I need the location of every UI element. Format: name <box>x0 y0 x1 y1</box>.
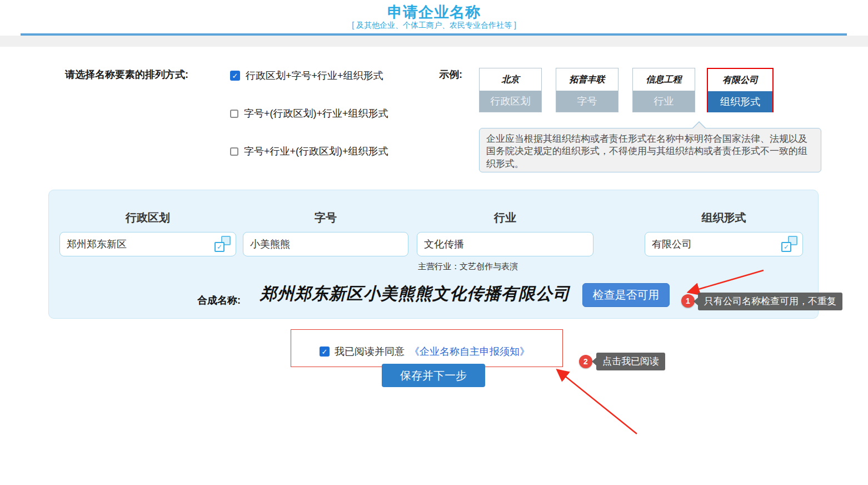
picker-check-square: ✓ <box>781 242 791 252</box>
orgform-input[interactable] <box>645 232 803 256</box>
example-name: 信息工程 <box>633 68 695 91</box>
example-name: 拓普丰联 <box>556 68 618 91</box>
example-category: 字号 <box>556 91 618 112</box>
example-category: 行业 <box>633 91 695 112</box>
arrangement-section-label: 请选择名称要素的排列方式: <box>65 68 188 81</box>
check-availability-button[interactable]: 检查是否可用 <box>582 283 670 307</box>
example-section-label: 示例: <box>439 68 462 81</box>
page: 申请企业名称 [ 及其他企业、个体工商户、农民专业合作社等 ] 请选择名称要素的… <box>0 0 868 485</box>
page-subtitle: [ 及其他企业、个体工商户、农民专业合作社等 ] <box>0 21 868 31</box>
example-name: 北京 <box>480 68 541 91</box>
field-label-region: 行政区划 <box>59 210 236 225</box>
region-picker-checklist-icon[interactable]: ✓ <box>214 236 231 252</box>
region-input[interactable] <box>59 232 236 256</box>
agreement-checkbox-checked-icon[interactable]: ✓ <box>320 347 330 357</box>
step-tooltip-1: 只有公司名称检查可用，不重复 <box>698 293 842 310</box>
agreement-notice-link[interactable]: 《企业名称自主申报须知》 <box>410 345 530 358</box>
tooltip-caret-icon <box>692 121 706 128</box>
agreement-row: ✓ 我已阅读并同意 《企业名称自主申报须知》 <box>320 345 530 358</box>
example-name: 有限公司 <box>708 69 772 91</box>
picker-check-square: ✓ <box>214 242 225 252</box>
agreement-text: 我已阅读并同意 <box>335 345 405 358</box>
arrangement-option-label[interactable]: 字号+(行政区划)+行业+组织形式 <box>244 107 388 120</box>
example-box-orgform-highlighted: 有限公司 组织形式 <box>707 68 774 112</box>
field-label-industry: 行业 <box>417 210 593 225</box>
composed-name-value: 郑州郑东新区小美熊熊文化传播有限公司 <box>257 283 573 305</box>
save-next-button[interactable]: 保存并下一步 <box>382 364 485 387</box>
field-label-tradename: 字号 <box>243 210 408 225</box>
example-category: 组织形式 <box>708 91 772 112</box>
step-badge-1: 1 <box>681 294 695 308</box>
checkbox-unchecked-icon[interactable] <box>230 147 238 156</box>
arrangement-option-row: 字号+行业+(行政区划)+组织形式 <box>230 145 388 158</box>
orgform-note-text: 企业应当根据其组织结构或者责任形式在名称中标明符合国家法律、法规以及国务院决定规… <box>486 133 807 169</box>
main-industry-hint: 主营行业：文艺创作与表演 <box>418 261 518 272</box>
orgform-note-tooltip: 企业应当根据其组织结构或者责任形式在名称中标明符合国家法律、法规以及国务院决定规… <box>479 128 821 172</box>
page-title: 申请企业名称 <box>0 2 868 22</box>
example-box-tradename: 拓普丰联 字号 <box>556 68 618 112</box>
arrangement-option-label[interactable]: 行政区划+字号+行业+组织形式 <box>246 69 383 82</box>
step-badge-2: 2 <box>579 355 592 368</box>
header-band <box>0 36 868 47</box>
industry-input[interactable] <box>417 232 593 256</box>
tradename-input[interactable] <box>243 232 408 256</box>
step-tooltip-2: 点击我已阅读 <box>596 353 665 370</box>
checkbox-unchecked-icon[interactable] <box>230 110 238 118</box>
composed-name-label: 合成名称: <box>197 294 241 307</box>
orgform-picker-checklist-icon[interactable]: ✓ <box>781 236 797 252</box>
arrangement-option-row: 字号+(行政区划)+行业+组织形式 <box>230 107 388 120</box>
field-label-orgform: 组织形式 <box>645 210 803 225</box>
arrangement-option-label[interactable]: 字号+行业+(行政区划)+组织形式 <box>244 145 388 158</box>
checkbox-checked-icon[interactable]: ✓ <box>230 71 240 81</box>
example-box-region: 北京 行政区划 <box>479 68 542 112</box>
arrangement-option-row: ✓ 行政区划+字号+行业+组织形式 <box>230 69 383 82</box>
example-category: 行政区划 <box>480 91 541 112</box>
example-box-industry: 信息工程 行业 <box>632 68 695 112</box>
